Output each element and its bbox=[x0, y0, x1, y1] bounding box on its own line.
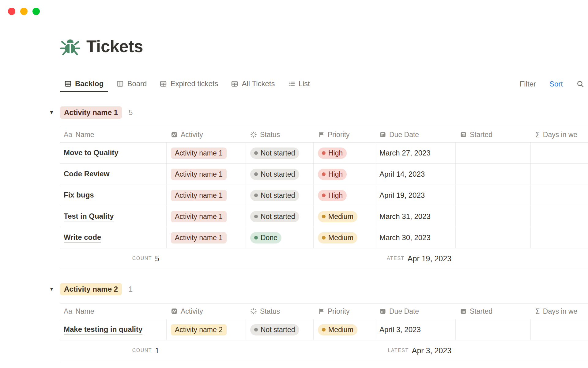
footer-latest-due-date[interactable]: ATEST Apr 19, 2023 bbox=[375, 248, 456, 269]
column-header-activity[interactable]: Activity bbox=[167, 127, 246, 142]
footer-empty[interactable] bbox=[531, 248, 588, 269]
footer-count[interactable]: COUNT 5 bbox=[60, 248, 167, 269]
cell-activity[interactable]: Activity name 1 bbox=[167, 185, 246, 206]
status-dot bbox=[254, 172, 258, 176]
footer-empty[interactable] bbox=[531, 340, 588, 361]
footer-count[interactable]: COUNT 1 bbox=[60, 340, 167, 361]
cell-activity[interactable]: Activity name 2 bbox=[167, 319, 246, 340]
footer-empty[interactable] bbox=[167, 248, 246, 269]
cell-status[interactable]: Done bbox=[246, 227, 314, 248]
footer-latest-due-date[interactable]: LATEST Apr 3, 2023 bbox=[375, 340, 456, 361]
tab-label: Expired tickets bbox=[170, 79, 218, 88]
cell-name[interactable]: Move to Quality bbox=[60, 143, 167, 163]
cell-due-date[interactable]: March 31, 2023 bbox=[375, 206, 456, 227]
cell-due-date[interactable]: March 27, 2023 bbox=[375, 143, 456, 163]
column-header-due-date[interactable]: Due Date bbox=[375, 304, 456, 319]
group-header: ▼ Activity name 1 5 bbox=[49, 106, 588, 119]
column-header-started[interactable]: Started bbox=[456, 127, 531, 142]
sort-button[interactable]: Sort bbox=[549, 80, 563, 88]
column-header-name[interactable]: Aa Name bbox=[60, 127, 167, 142]
column-header-started[interactable]: Started bbox=[456, 304, 531, 319]
cell-started[interactable] bbox=[456, 227, 531, 248]
cell-priority[interactable]: High bbox=[314, 164, 375, 185]
tab-label: Backlog bbox=[75, 79, 104, 88]
cell-days-in-week[interactable] bbox=[531, 227, 588, 248]
column-header-priority[interactable]: Priority bbox=[314, 304, 375, 319]
cell-days-in-week[interactable] bbox=[531, 143, 588, 163]
tab-all-tickets[interactable]: All Tickets bbox=[227, 76, 279, 92]
group-collapse-toggle[interactable]: ▼ bbox=[49, 109, 60, 116]
cell-days-in-week[interactable] bbox=[531, 185, 588, 206]
cell-status[interactable]: Not started bbox=[246, 319, 314, 340]
minimize-window-button[interactable] bbox=[20, 8, 28, 15]
cell-priority[interactable]: High bbox=[314, 185, 375, 206]
cell-status[interactable]: Not started bbox=[246, 185, 314, 206]
cell-due-date[interactable]: April 14, 2023 bbox=[375, 164, 456, 185]
activity-tag: Activity name 1 bbox=[171, 148, 227, 159]
column-header-days-in-week[interactable]: Σ Days in we bbox=[531, 127, 588, 142]
ticket-title: Move to Quality bbox=[64, 148, 119, 158]
cell-status[interactable]: Not started bbox=[246, 206, 314, 227]
cell-priority[interactable]: Medium bbox=[314, 227, 375, 248]
cell-started[interactable] bbox=[456, 143, 531, 163]
cell-activity[interactable]: Activity name 1 bbox=[167, 206, 246, 227]
calendar-icon bbox=[460, 308, 467, 315]
cell-name[interactable]: Code Review bbox=[60, 164, 167, 185]
status-pill: Not started bbox=[250, 148, 299, 159]
cell-days-in-week[interactable] bbox=[531, 319, 588, 340]
column-header-due-date[interactable]: Due Date bbox=[375, 127, 456, 142]
page-title[interactable]: Tickets bbox=[86, 36, 143, 56]
tab-expired-tickets[interactable]: Expired tickets bbox=[155, 76, 222, 92]
filter-button[interactable]: Filter bbox=[520, 80, 536, 88]
cell-days-in-week[interactable] bbox=[531, 206, 588, 227]
cell-activity[interactable]: Activity name 1 bbox=[167, 143, 246, 163]
zoom-window-button[interactable] bbox=[32, 8, 40, 15]
cell-activity[interactable]: Activity name 1 bbox=[167, 227, 246, 248]
footer-empty[interactable] bbox=[314, 340, 375, 361]
tab-backlog[interactable]: Backlog bbox=[60, 76, 108, 92]
bug-icon[interactable] bbox=[60, 36, 80, 56]
footer-empty[interactable] bbox=[456, 248, 531, 269]
cell-status[interactable]: Not started bbox=[246, 164, 314, 185]
cell-name[interactable]: Make testing in quality bbox=[60, 319, 167, 340]
column-label: Activity bbox=[181, 307, 203, 316]
group-name-pill[interactable]: Activity name 1 bbox=[60, 106, 122, 119]
cell-name[interactable]: Fix bugs bbox=[60, 185, 167, 206]
cell-started[interactable] bbox=[456, 185, 531, 206]
column-header-status[interactable]: Status bbox=[246, 127, 314, 142]
cell-priority[interactable]: Medium bbox=[314, 319, 375, 340]
close-window-button[interactable] bbox=[8, 8, 15, 15]
cell-status[interactable]: Not started bbox=[246, 143, 314, 163]
group-name-pill[interactable]: Activity name 2 bbox=[60, 283, 122, 295]
cell-due-date[interactable]: March 30, 2023 bbox=[375, 227, 456, 248]
cell-due-date[interactable]: April 19, 2023 bbox=[375, 185, 456, 206]
tab-list[interactable]: List bbox=[284, 76, 314, 92]
cell-name[interactable]: Test in Quality bbox=[60, 206, 167, 227]
group-collapse-toggle[interactable]: ▼ bbox=[49, 286, 60, 292]
cell-due-date[interactable]: April 3, 2023 bbox=[375, 319, 456, 340]
cell-priority[interactable]: High bbox=[314, 143, 375, 163]
search-icon[interactable] bbox=[576, 80, 584, 88]
cell-priority[interactable]: Medium bbox=[314, 206, 375, 227]
footer-empty[interactable] bbox=[314, 248, 375, 269]
cell-started[interactable] bbox=[456, 164, 531, 185]
footer-empty[interactable] bbox=[246, 340, 314, 361]
table-icon bbox=[160, 80, 167, 87]
cell-started[interactable] bbox=[456, 319, 531, 340]
cell-days-in-week[interactable] bbox=[531, 164, 588, 185]
footer-empty[interactable] bbox=[246, 248, 314, 269]
footer-empty[interactable] bbox=[167, 340, 246, 361]
column-header-priority[interactable]: Priority bbox=[314, 127, 375, 142]
tab-board[interactable]: Board bbox=[112, 76, 151, 92]
column-header-activity[interactable]: Activity bbox=[167, 304, 246, 319]
column-header-status[interactable]: Status bbox=[246, 304, 314, 319]
window-controls bbox=[8, 8, 40, 15]
column-header-days-in-week[interactable]: Σ Days in we bbox=[531, 304, 588, 319]
cell-name[interactable]: Write code bbox=[60, 227, 167, 248]
column-header-name[interactable]: Aa Name bbox=[60, 304, 167, 319]
text-icon: Aa bbox=[64, 131, 72, 139]
list-icon bbox=[288, 80, 295, 87]
footer-empty[interactable] bbox=[456, 340, 531, 361]
cell-started[interactable] bbox=[456, 206, 531, 227]
cell-activity[interactable]: Activity name 1 bbox=[167, 164, 246, 185]
